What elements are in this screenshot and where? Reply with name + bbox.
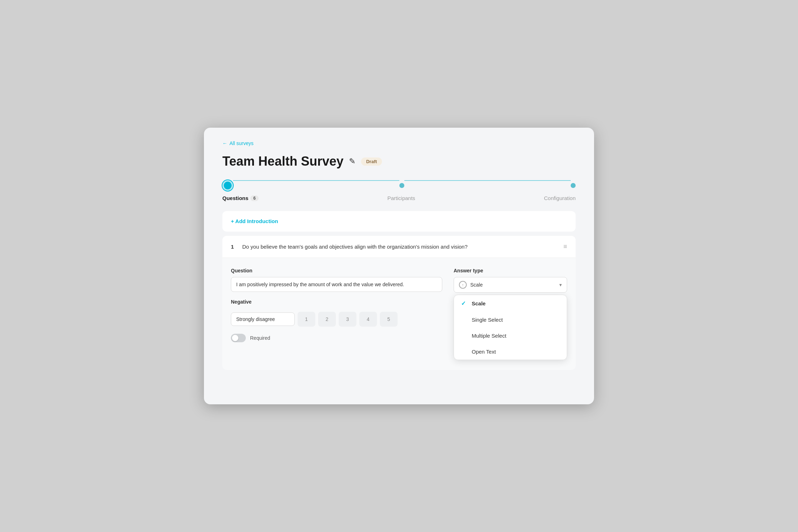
scale-1: 1: [298, 312, 315, 327]
step-circle-inactive-2: [571, 183, 576, 188]
stepper-visual: [222, 180, 576, 191]
answer-type-col: Answer type ↑ Scale ▾ ✓ Scale Single Sel…: [454, 268, 567, 360]
question-form-grid: Question Negative 1 2 3 4 5: [231, 268, 567, 360]
scale-4: 4: [359, 312, 377, 327]
answer-type-value: Scale: [470, 282, 556, 288]
dropdown-item-label-single: Single Select: [472, 317, 503, 323]
question-1-header: 1 Do you believe the team's goals and ob…: [222, 236, 576, 258]
answer-type-icon: ↑: [459, 281, 467, 289]
question-input[interactable]: [231, 277, 442, 292]
back-link[interactable]: ← All surveys: [222, 140, 576, 146]
step-participants[interactable]: [399, 183, 404, 188]
answer-type-menu: ✓ Scale Single Select Multiple Select Op…: [454, 295, 567, 360]
dropdown-item-single-select[interactable]: Single Select: [454, 312, 567, 328]
question-left-col: Question Negative 1 2 3 4 5: [231, 268, 442, 360]
question-menu-icon[interactable]: ≡: [563, 243, 567, 250]
app-window: ← All surveys Team Health Survey ✎ Draft: [204, 128, 594, 404]
dropdown-item-multiple-select[interactable]: Multiple Select: [454, 328, 567, 344]
back-link-label: All surveys: [229, 140, 254, 146]
negative-row: Negative: [231, 299, 442, 305]
scale-5: 5: [380, 312, 398, 327]
step-connector-2: [404, 180, 571, 181]
question-1-body: Question Negative 1 2 3 4 5: [222, 258, 576, 370]
answer-type-field-label: Answer type: [454, 268, 567, 273]
check-icon: ✓: [461, 300, 467, 307]
step-labels: Questions 6 Participants Configuration: [222, 195, 576, 201]
dropdown-item-open-text[interactable]: Open Text: [454, 344, 567, 360]
required-row: Required: [231, 334, 442, 342]
toggle-knob: [232, 335, 238, 341]
add-intro-button[interactable]: + Add Introduction: [231, 218, 278, 224]
scale-inputs-row: 1 2 3 4 5: [231, 312, 442, 327]
question-number: 1: [231, 244, 237, 250]
stepper: Questions 6 Participants Configuration: [222, 180, 576, 201]
header-row: Team Health Survey ✎ Draft: [222, 154, 576, 169]
step-circle-inactive-1: [399, 183, 404, 188]
edit-icon[interactable]: ✎: [349, 157, 355, 166]
answer-type-dropdown[interactable]: ↑ Scale ▾: [454, 277, 567, 293]
negative-input[interactable]: [231, 312, 295, 326]
step-configuration[interactable]: [571, 183, 576, 188]
dropdown-item-label-scale: Scale: [472, 300, 486, 306]
negative-label: Negative: [231, 299, 251, 305]
chevron-down-icon: ▾: [559, 282, 562, 288]
question-text: Do you believe the team's goals and obje…: [242, 244, 563, 250]
step-circle-active: [222, 180, 233, 191]
back-arrow-icon: ←: [222, 140, 227, 146]
step-label-questions: Questions 6: [222, 195, 259, 201]
required-toggle[interactable]: [231, 334, 246, 342]
scale-2: 2: [318, 312, 336, 327]
dropdown-item-scale[interactable]: ✓ Scale: [454, 295, 567, 312]
dropdown-item-label-open: Open Text: [472, 349, 496, 355]
scale-3: 3: [339, 312, 356, 327]
question-field-label: Question: [231, 268, 442, 273]
step-connector-1: [233, 180, 399, 181]
step-questions[interactable]: [222, 180, 233, 191]
draft-badge: Draft: [361, 157, 382, 166]
dropdown-item-label-multiple: Multiple Select: [472, 333, 506, 339]
page-title: Team Health Survey: [222, 154, 343, 169]
required-label: Required: [250, 335, 270, 341]
add-intro-card: + Add Introduction: [222, 211, 576, 232]
